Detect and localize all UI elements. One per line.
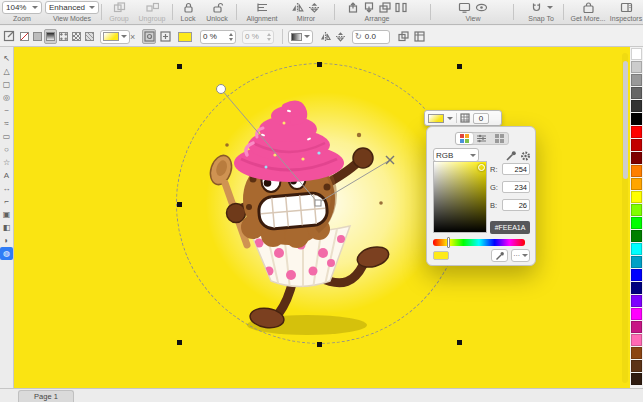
lock-button[interactable]: Lock — [175, 1, 201, 22]
palette-swatch-17[interactable] — [631, 269, 642, 281]
layers-button[interactable] — [379, 1, 391, 14]
display-button[interactable] — [458, 1, 471, 14]
vector-pattern-fill-button[interactable] — [57, 29, 70, 44]
palette-swatch-18[interactable] — [631, 282, 642, 294]
palette-swatch-11[interactable] — [631, 191, 642, 203]
edit-fill-button[interactable] — [3, 29, 16, 44]
eyedropper-button[interactable] — [491, 249, 508, 262]
secondary-transparency-stepper[interactable]: 0 % — [242, 29, 274, 44]
more-options-button[interactable]: ⋯ — [511, 249, 530, 262]
palette-swatch-25[interactable] — [631, 373, 642, 385]
node-transparency-stepper[interactable]: 0 % — [200, 29, 236, 44]
fill-transparency-input[interactable]: 0 — [473, 113, 489, 124]
hex-value-field[interactable]: #FEEA1A — [490, 221, 530, 234]
get-more-button[interactable]: Get More... — [567, 1, 609, 22]
palette-swatch-0[interactable] — [631, 48, 642, 60]
fill-settings-button[interactable] — [142, 29, 156, 44]
fill-options-button[interactable] — [158, 29, 172, 44]
vertical-scrollbar[interactable] — [622, 53, 628, 383]
copy-fill-button[interactable] — [396, 29, 410, 44]
freehand-tool[interactable]: ~ — [0, 104, 13, 117]
ellipse-tool[interactable]: ○ — [0, 143, 13, 156]
palette-swatch-7[interactable] — [631, 139, 642, 151]
eyedropper-icon[interactable] — [505, 150, 517, 162]
palette-swatch-2[interactable] — [631, 74, 642, 86]
saturation-value-square[interactable] — [433, 161, 487, 233]
selection-handle[interactable] — [457, 64, 462, 69]
palette-swatch-19[interactable] — [631, 295, 642, 307]
palette-swatch-14[interactable] — [631, 230, 642, 242]
mirror-horizontal-button[interactable] — [291, 1, 304, 14]
mirror-vertical-button[interactable] — [308, 1, 321, 14]
red-channel-input[interactable]: 254 — [502, 163, 530, 175]
mirror-fill-vertical-button[interactable] — [333, 29, 347, 44]
view-modes-control[interactable]: Enhanced View Modes — [45, 1, 99, 22]
green-channel-input[interactable]: 234 — [502, 181, 530, 193]
fill-midpoint-handle[interactable] — [386, 156, 394, 164]
connector-tool[interactable]: ⌐ — [0, 195, 13, 208]
fountain-fill-controls[interactable] — [14, 47, 630, 388]
selection-handle[interactable] — [177, 202, 182, 207]
texture-fill-button[interactable] — [83, 29, 96, 44]
node-color-swatch-button[interactable] — [178, 29, 192, 44]
palette-swatch-10[interactable] — [631, 178, 642, 190]
shadow-tool[interactable]: ▣ — [0, 208, 13, 221]
page-tab[interactable]: Page 1 — [18, 390, 74, 402]
color-viewer-tab[interactable] — [456, 133, 473, 144]
dimension-tool[interactable]: ↔ — [0, 182, 13, 195]
selection-handle[interactable] — [177, 340, 182, 345]
hue-slider[interactable] — [433, 239, 525, 246]
inspectors-button[interactable]: Inspectors — [609, 1, 643, 22]
palette-swatch-15[interactable] — [631, 243, 642, 255]
mirror-fill-horizontal-button[interactable] — [318, 29, 332, 44]
fountain-type-dropdown[interactable] — [288, 29, 313, 44]
distribute-button[interactable] — [395, 1, 407, 14]
scrollbar-thumb[interactable] — [623, 61, 628, 179]
fill-rotation-field[interactable]: ↻0.0 — [352, 29, 390, 44]
palette-swatch-6[interactable] — [631, 126, 642, 138]
text-tool[interactable]: A — [0, 169, 13, 182]
color-model-dropdown[interactable]: RGB — [433, 148, 479, 162]
palette-swatch-5[interactable] — [631, 113, 642, 125]
palette-swatch-22[interactable] — [631, 334, 642, 346]
selection-handle[interactable] — [317, 62, 322, 67]
uniform-fill-button[interactable] — [31, 29, 44, 44]
bitmap-pattern-fill-button[interactable] — [70, 29, 83, 44]
fountain-fill-button[interactable] — [44, 29, 57, 44]
unlock-button[interactable]: Unlock — [201, 1, 233, 22]
fill-color-picker[interactable] — [100, 29, 130, 44]
step-down-icon[interactable] — [229, 38, 233, 41]
group-button[interactable]: Group — [104, 1, 134, 22]
to-front-button[interactable] — [347, 1, 359, 14]
palette-swatch-21[interactable] — [631, 321, 642, 333]
palette-swatch-8[interactable] — [631, 152, 642, 164]
fill-color-swatch[interactable] — [428, 114, 444, 123]
palette-swatch-23[interactable] — [631, 347, 642, 359]
palette-swatch-12[interactable] — [631, 204, 642, 216]
palette-grid-icon[interactable] — [460, 113, 470, 123]
palette-swatch-3[interactable] — [631, 87, 642, 99]
fill-center-handle[interactable] — [315, 200, 321, 206]
palette-swatch-9[interactable] — [631, 165, 642, 177]
rectangle-tool[interactable]: ▭ — [0, 130, 13, 143]
selection-handle[interactable] — [457, 340, 462, 345]
transparency-tool[interactable]: ◧ — [0, 221, 13, 234]
no-fill-button[interactable] — [18, 29, 31, 44]
fill-edge-handle[interactable] — [217, 85, 226, 94]
palette-swatch-20[interactable] — [631, 308, 642, 320]
palette-swatch-16[interactable] — [631, 256, 642, 268]
eyedropper-tool[interactable]: ◗ — [0, 234, 13, 247]
selection-handle[interactable] — [177, 64, 182, 69]
polygon-tool[interactable]: ☆ — [0, 156, 13, 169]
zoom-tool[interactable]: ◎ — [0, 91, 13, 104]
to-back-button[interactable] — [363, 1, 375, 14]
interactive-fill-tool[interactable]: ◍ — [0, 247, 13, 260]
snap-to-button[interactable]: Snap To — [523, 1, 559, 22]
ungroup-button[interactable]: Ungroup — [134, 1, 170, 22]
color-position-indicator[interactable] — [478, 164, 485, 171]
remove-fill-button[interactable]: × — [130, 29, 135, 44]
canvas[interactable] — [14, 47, 630, 388]
artistic-media-tool[interactable]: ≈ — [0, 117, 13, 130]
palette-swatch-13[interactable] — [631, 217, 642, 229]
palette-swatch-1[interactable] — [631, 61, 642, 73]
